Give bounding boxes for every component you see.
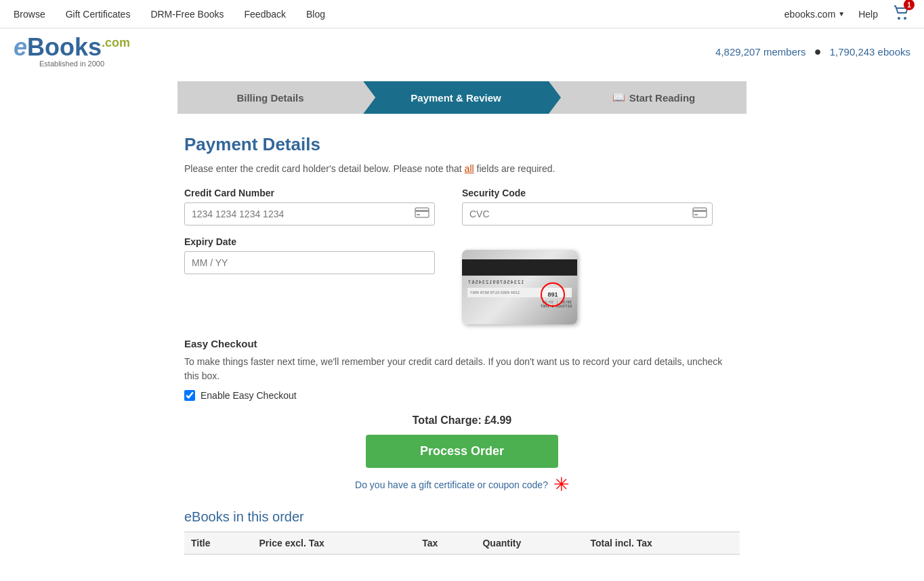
top-nav-right: ebooks.com ▼ Help 1 <box>784 3 910 24</box>
col-tax: Tax <box>415 532 476 555</box>
expiry-input[interactable] <box>184 251 435 274</box>
col-quantity: Quantity <box>476 532 583 555</box>
cvc-card-icon <box>692 207 707 221</box>
members-count: 4,829,207 members <box>715 46 805 58</box>
site-dropdown[interactable]: ebooks.com ▼ <box>784 9 845 20</box>
step-billing-label: Billing Details <box>236 92 303 104</box>
total-charge: Total Charge: £4.99 <box>184 414 740 427</box>
member-stats: 4,829,207 members ● 1,790,243 ebooks <box>715 45 910 59</box>
cart-button[interactable]: 1 <box>891 3 910 24</box>
main-content: Payment Details Please enter the credit … <box>171 127 753 561</box>
ebooks-count: 1,790,243 ebooks <box>830 46 910 58</box>
ebooks-section: eBooks in this order Title Price excl. T… <box>184 509 740 555</box>
form-row-1: Credit Card Number Security Code <box>184 188 740 225</box>
svg-rect-7 <box>694 214 698 215</box>
easy-checkout-section: Easy Checkout To make things faster next… <box>184 338 740 401</box>
step-payment: Payment & Review <box>363 81 549 114</box>
site-header: eBooks.com Established in 2000 4,829,207… <box>0 28 924 74</box>
cc-number-input[interactable] <box>184 202 435 225</box>
step-reading-icon: 📖 <box>612 91 625 104</box>
progress-steps: Billing Details Payment & Review 📖 Start… <box>177 81 747 114</box>
all-link[interactable]: all <box>465 163 474 174</box>
col-price: Price excl. Tax <box>253 532 416 555</box>
site-name: ebooks.com <box>784 9 835 20</box>
coupon-row: Do you have a gift certificate or coupon… <box>184 473 740 496</box>
cc-label: Credit Card Number <box>184 188 435 198</box>
separator-dot: ● <box>814 45 822 58</box>
cvc-input-wrapper <box>462 202 713 225</box>
easy-checkout-desc: To make things faster next time, we'll r… <box>184 355 740 383</box>
cc-card-icon <box>415 207 429 221</box>
cc-number-group: Credit Card Number <box>184 188 435 225</box>
svg-rect-2 <box>415 208 429 217</box>
established-text: Established in 2000 <box>14 60 130 68</box>
nav-gift-certificates[interactable]: Gift Certificates <box>66 9 131 20</box>
svg-rect-3 <box>415 210 429 212</box>
svg-point-0 <box>898 17 900 20</box>
cvc-circle: 891 <box>541 282 565 307</box>
step-payment-label: Payment & Review <box>411 92 501 104</box>
nav-help[interactable]: Help <box>858 9 878 20</box>
starburst-icon: ✳ <box>553 473 569 496</box>
card-stripe <box>462 259 577 276</box>
logo[interactable]: eBooks.com Established in 2000 <box>14 35 130 68</box>
top-nav: Browse Gift Certificates DRM-Free Books … <box>0 0 924 28</box>
svg-rect-6 <box>693 210 707 212</box>
page-title: Payment Details <box>184 134 740 155</box>
checkbox-row: Enable Easy Checkout <box>184 390 740 401</box>
svg-point-1 <box>904 17 906 20</box>
step-reading: 📖 Start Reading <box>549 81 747 114</box>
step-reading-label: Start Reading <box>629 92 696 104</box>
credit-card-image: 1234567891234567 1234 4563 5178 5678 456… <box>462 250 577 324</box>
total-section: Total Charge: £4.99 Process Order Do you… <box>184 414 740 496</box>
ebooks-title: eBooks in this order <box>184 509 740 525</box>
nav-feedback[interactable]: Feedback <box>245 9 286 20</box>
expiry-group: Expiry Date <box>184 236 435 324</box>
card-image-area: 1234567891234567 1234 4563 5178 5678 456… <box>462 250 577 324</box>
coupon-link[interactable]: Do you have a gift certificate or coupon… <box>355 479 548 490</box>
nav-blog[interactable]: Blog <box>306 9 325 20</box>
col-total: Total incl. Tax <box>584 532 740 555</box>
cvc-group: Security Code <box>462 188 713 225</box>
form-subtitle: Please enter the credit card holder's de… <box>184 163 740 174</box>
col-title: Title <box>184 532 253 555</box>
process-order-button[interactable]: Process Order <box>366 435 558 468</box>
cc-input-wrapper <box>184 202 435 225</box>
cvc-input[interactable] <box>462 202 713 225</box>
dropdown-arrow-icon: ▼ <box>838 10 845 18</box>
cart-count: 1 <box>904 0 915 10</box>
easy-checkout-title: Easy Checkout <box>184 338 740 349</box>
logo-text: eBooks.com <box>14 35 130 60</box>
cvc-label: Security Code <box>462 188 713 198</box>
ebooks-table: Title Price excl. Tax Tax Quantity Total… <box>184 532 740 555</box>
step-billing: Billing Details <box>177 81 363 114</box>
svg-rect-4 <box>417 214 420 215</box>
easy-checkout-checkbox[interactable] <box>184 390 195 401</box>
svg-rect-5 <box>693 208 707 217</box>
nav-drm-free[interactable]: DRM-Free Books <box>150 9 224 20</box>
nav-browse[interactable]: Browse <box>14 9 45 20</box>
top-nav-links: Browse Gift Certificates DRM-Free Books … <box>14 9 325 20</box>
form-row-2: Expiry Date 1234567891234567 1234 4563 5… <box>184 236 740 324</box>
easy-checkout-checkbox-label: Enable Easy Checkout <box>201 390 297 401</box>
expiry-label: Expiry Date <box>184 236 435 247</box>
